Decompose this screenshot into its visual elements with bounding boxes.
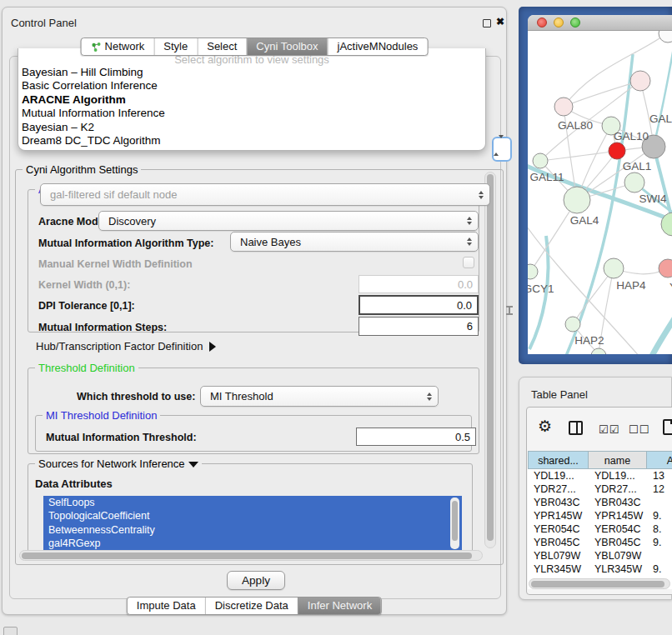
unchecked-boxes-icon[interactable]: ☐☐ — [629, 423, 649, 436]
table-horizontal-scrollbar[interactable] — [529, 578, 670, 589]
network-edge[interactable] — [651, 302, 672, 354]
algorithm-option[interactable]: Mutual Information Inference — [18, 107, 485, 120]
table-cell: YBL079W — [528, 549, 589, 562]
table-column-header[interactable]: shared... — [528, 451, 589, 469]
network-edge[interactable] — [540, 151, 617, 161]
float-icon[interactable] — [483, 19, 491, 28]
algorithm-option[interactable]: Bayesian – Hill Climbing — [18, 66, 485, 79]
table-row[interactable]: YDR27...YDR27...12 — [528, 482, 672, 496]
bottom-tab-infer-network[interactable]: Infer Network — [298, 598, 381, 614]
network-node-label: SWI4 — [639, 192, 666, 205]
network-node-label: GAL80 — [558, 119, 593, 132]
network-table-combo[interactable]: gal-filtered sif default node — [40, 183, 490, 206]
network-node[interactable] — [533, 153, 548, 168]
attribute-list-item[interactable]: TopologicalCoefficient — [43, 509, 462, 522]
document-icon[interactable] — [663, 419, 672, 435]
which-threshold-combo[interactable]: MI Threshold — [200, 386, 439, 407]
table-column-header[interactable]: name — [589, 451, 647, 469]
network-node[interactable] — [565, 317, 580, 332]
attribute-list-item[interactable]: SelfLoops — [43, 496, 462, 509]
network-node[interactable] — [659, 31, 672, 42]
dpi-tolerance-label: DPI Tolerance [0,1]: — [38, 300, 135, 312]
table-row[interactable]: YBL079WYBL079W — [528, 549, 672, 562]
mi-threshold-field[interactable]: 0.5 — [356, 428, 476, 446]
close-icon[interactable]: ✖ — [496, 16, 504, 28]
data-attributes-list[interactable]: SelfLoopsTopologicalCoefficientBetweenne… — [43, 496, 462, 551]
table-row[interactable]: YPR145WYPR145W9. — [528, 509, 672, 522]
network-node[interactable] — [554, 98, 573, 116]
manual-kernel-label: Manual Kernel Width Definition — [38, 258, 193, 270]
network-node[interactable] — [609, 142, 625, 159]
algorithm-option[interactable]: Basic Correlation Inference — [18, 79, 485, 92]
settings-vertical-scrollbar[interactable] — [484, 172, 496, 548]
minimize-traffic-light-icon[interactable] — [554, 18, 564, 28]
combo-arrows-icon — [427, 392, 432, 401]
network-node[interactable] — [630, 71, 650, 91]
algorithm-dropdown-popup: Select algorithm to view settings Bayesi… — [18, 48, 486, 151]
aracne-mode-combo[interactable]: Discovery — [98, 211, 479, 231]
mi-threshold-definition-title: MI Threshold Definition — [43, 409, 160, 422]
tab-jactivemnodules[interactable]: jActiveMNodules — [328, 38, 428, 55]
combo-arrows-icon — [467, 217, 472, 225]
table-column-header[interactable]: A — [647, 451, 672, 469]
minimized-panel-icon[interactable] — [3, 627, 18, 635]
close-traffic-light-icon[interactable] — [537, 18, 547, 28]
aracne-mode-value: Discovery — [108, 215, 156, 228]
algorithm-definition-group: Algorithm Definition Aracne Mode: Discov… — [28, 189, 479, 332]
table-row[interactable]: YBR045CYBR045C9. — [528, 536, 672, 549]
checked-boxes-icon[interactable]: ☑☑ — [599, 423, 619, 436]
dpi-tolerance-field[interactable]: 0.0 — [359, 295, 479, 315]
network-edge[interactable] — [564, 32, 668, 107]
network-node[interactable] — [624, 172, 644, 192]
hub-definition-expander[interactable]: Hub/Transcription Factor Definition — [36, 340, 216, 352]
table-cell: YDL19... — [528, 469, 589, 482]
network-node[interactable] — [591, 348, 606, 354]
inference-algorithm-combo-partial[interactable] — [492, 137, 512, 162]
network-window-titlebar[interactable] — [528, 15, 672, 31]
table-row[interactable]: YBR043CYBR043C — [528, 496, 672, 509]
table-cell: YLR345W — [528, 562, 589, 576]
network-node[interactable] — [528, 264, 538, 279]
network-node[interactable] — [659, 259, 672, 278]
network-node-label: GAL11 — [529, 171, 564, 183]
kernel-width-field[interactable]: 0.0 — [359, 275, 479, 293]
mi-steps-field[interactable]: 6 — [359, 317, 479, 336]
mouse-cursor — [506, 306, 513, 315]
columns-icon[interactable] — [569, 421, 583, 435]
attributes-scrollbar[interactable] — [450, 498, 459, 549]
tab-network[interactable]: Network — [82, 38, 154, 55]
tab-cyni-toolbox[interactable]: Cyni Toolbox — [246, 38, 327, 55]
table-cell: YDL19... — [589, 469, 647, 482]
network-graph[interactable]: GALGAL80GAL10GAL1GAL11SWI4GAL4GCY1HAP4YH… — [528, 31, 672, 354]
network-node[interactable] — [564, 187, 590, 213]
bottom-tab-discretize-data[interactable]: Discretize Data — [205, 598, 298, 614]
zoom-traffic-light-icon[interactable] — [570, 18, 580, 28]
apply-button[interactable]: Apply — [227, 571, 285, 590]
table-cell: 9. — [647, 562, 672, 576]
table-row[interactable]: YER054CYER054C8. — [528, 522, 672, 536]
algorithm-option[interactable]: ARACNE Algorithm — [18, 93, 485, 107]
algorithm-option[interactable]: Dream8 DC_TDC Algorithm — [18, 134, 485, 148]
mi-type-combo[interactable]: Naive Bayes — [230, 232, 479, 252]
tab-style[interactable]: Style — [153, 38, 197, 55]
bottom-tab-impute-data[interactable]: Impute Data — [128, 598, 205, 614]
gear-icon[interactable]: ⚙ — [538, 418, 552, 434]
attribute-list-item[interactable]: gal4RGexp — [43, 537, 462, 550]
manual-kernel-checkbox[interactable] — [463, 257, 474, 268]
table-cell: YBR045C — [589, 536, 647, 549]
tab-select[interactable]: Select — [197, 38, 246, 55]
table-cell: YER054C — [528, 522, 589, 536]
node-table[interactable]: shared...nameA YDL19...YDL19...13YDR27..… — [528, 451, 672, 589]
table-cell: YBR043C — [589, 496, 647, 509]
table-cell: YDR27... — [589, 482, 647, 496]
algorithm-option[interactable]: Bayesian – K2 — [18, 121, 485, 134]
table-row[interactable]: YDL19...YDL19...13 — [528, 469, 672, 482]
network-node[interactable] — [604, 258, 624, 278]
table-cell: YPR145W — [528, 509, 589, 522]
table-row[interactable]: YLR345WYLR345W9. — [528, 562, 672, 576]
attribute-list-item[interactable]: BetweennessCentrality — [43, 523, 462, 537]
network-edge[interactable] — [654, 48, 672, 147]
settings-horizontal-scrollbar[interactable] — [19, 550, 483, 561]
table-cell: YER054C — [589, 522, 647, 536]
threshold-definition-group: Threshold Definition Which threshold to … — [28, 368, 479, 454]
